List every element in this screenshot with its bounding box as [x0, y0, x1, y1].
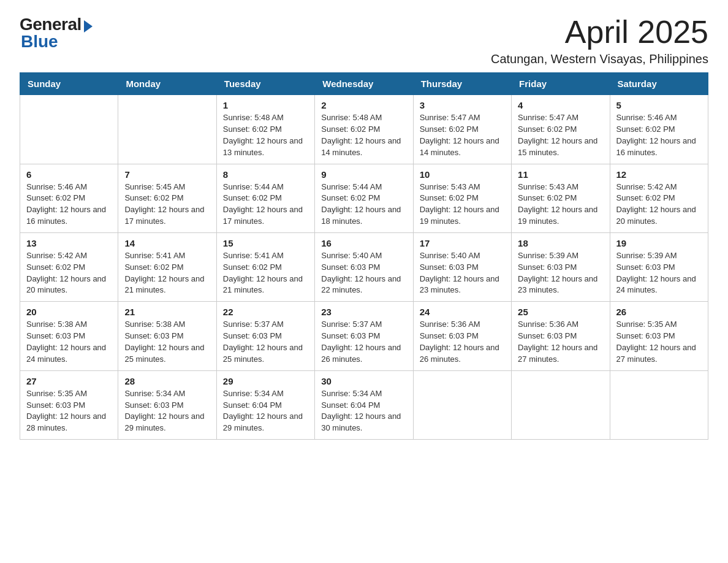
day-info: Sunrise: 5:46 AM Sunset: 6:02 PM Dayligh… [616, 112, 702, 158]
day-number: 10 [420, 169, 505, 180]
logo: General Blue [20, 15, 93, 52]
calendar-cell [20, 95, 118, 164]
calendar-cell: 6Sunrise: 5:46 AM Sunset: 6:02 PM Daylig… [20, 164, 118, 232]
day-info: Sunrise: 5:40 AM Sunset: 6:03 PM Dayligh… [420, 250, 505, 296]
calendar-cell: 23Sunrise: 5:37 AM Sunset: 6:03 PM Dayli… [315, 302, 413, 370]
day-info: Sunrise: 5:40 AM Sunset: 6:03 PM Dayligh… [321, 250, 406, 296]
calendar-cell: 25Sunrise: 5:36 AM Sunset: 6:03 PM Dayli… [512, 302, 610, 370]
day-number: 26 [616, 307, 702, 317]
calendar-cell [610, 370, 708, 439]
header-sunday: Sunday [20, 73, 118, 95]
day-number: 29 [223, 376, 308, 386]
location-subtitle: Catungan, Western Visayas, Philippines [491, 52, 708, 66]
logo-arrow-icon [84, 20, 93, 33]
calendar-body: 1Sunrise: 5:48 AM Sunset: 6:02 PM Daylig… [20, 95, 708, 440]
day-info: Sunrise: 5:41 AM Sunset: 6:02 PM Dayligh… [124, 250, 210, 296]
day-number: 28 [124, 376, 210, 386]
calendar-week-row: 20Sunrise: 5:38 AM Sunset: 6:03 PM Dayli… [20, 302, 708, 370]
day-number: 23 [321, 307, 406, 317]
calendar-week-row: 6Sunrise: 5:46 AM Sunset: 6:02 PM Daylig… [20, 164, 708, 232]
day-number: 15 [223, 238, 308, 248]
day-number: 7 [124, 169, 210, 180]
calendar-cell: 9Sunrise: 5:44 AM Sunset: 6:02 PM Daylig… [315, 164, 413, 232]
calendar-cell: 17Sunrise: 5:40 AM Sunset: 6:03 PM Dayli… [413, 232, 511, 301]
day-number: 20 [26, 307, 112, 317]
calendar-cell: 4Sunrise: 5:47 AM Sunset: 6:02 PM Daylig… [512, 95, 610, 164]
day-info: Sunrise: 5:47 AM Sunset: 6:02 PM Dayligh… [420, 112, 505, 158]
header-saturday: Saturday [610, 73, 708, 95]
day-info: Sunrise: 5:38 AM Sunset: 6:03 PM Dayligh… [124, 319, 210, 365]
header-friday: Friday [512, 73, 610, 95]
day-info: Sunrise: 5:39 AM Sunset: 6:03 PM Dayligh… [616, 250, 702, 296]
calendar-cell: 16Sunrise: 5:40 AM Sunset: 6:03 PM Dayli… [315, 232, 413, 301]
day-info: Sunrise: 5:34 AM Sunset: 6:04 PM Dayligh… [321, 388, 406, 434]
day-info: Sunrise: 5:34 AM Sunset: 6:04 PM Dayligh… [223, 388, 308, 434]
calendar-cell: 30Sunrise: 5:34 AM Sunset: 6:04 PM Dayli… [315, 370, 413, 439]
day-number: 17 [420, 238, 505, 248]
day-info: Sunrise: 5:36 AM Sunset: 6:03 PM Dayligh… [420, 319, 505, 365]
day-info: Sunrise: 5:44 AM Sunset: 6:02 PM Dayligh… [321, 182, 406, 228]
day-number: 12 [616, 169, 702, 180]
day-number: 4 [518, 100, 603, 110]
calendar-cell: 27Sunrise: 5:35 AM Sunset: 6:03 PM Dayli… [20, 370, 118, 439]
day-number: 30 [321, 376, 406, 386]
logo-blue-text: Blue [21, 32, 58, 52]
calendar-cell: 7Sunrise: 5:45 AM Sunset: 6:02 PM Daylig… [118, 164, 216, 232]
day-info: Sunrise: 5:38 AM Sunset: 6:03 PM Dayligh… [26, 319, 112, 365]
day-info: Sunrise: 5:48 AM Sunset: 6:02 PM Dayligh… [223, 112, 308, 158]
title-block: April 2025 Catungan, Western Visayas, Ph… [491, 15, 708, 66]
calendar-cell: 10Sunrise: 5:43 AM Sunset: 6:02 PM Dayli… [413, 164, 511, 232]
day-info: Sunrise: 5:35 AM Sunset: 6:03 PM Dayligh… [26, 388, 112, 434]
day-number: 9 [321, 169, 406, 180]
calendar-cell: 29Sunrise: 5:34 AM Sunset: 6:04 PM Dayli… [216, 370, 314, 439]
calendar-cell [118, 95, 216, 164]
calendar-cell: 28Sunrise: 5:34 AM Sunset: 6:03 PM Dayli… [118, 370, 216, 439]
day-number: 14 [124, 238, 210, 248]
day-number: 18 [518, 238, 603, 248]
day-info: Sunrise: 5:35 AM Sunset: 6:03 PM Dayligh… [616, 319, 702, 365]
day-number: 8 [223, 169, 308, 180]
day-info: Sunrise: 5:42 AM Sunset: 6:02 PM Dayligh… [26, 250, 112, 296]
page-header: General Blue April 2025 Catungan, Wester… [20, 15, 708, 66]
calendar-cell: 2Sunrise: 5:48 AM Sunset: 6:02 PM Daylig… [315, 95, 413, 164]
day-info: Sunrise: 5:43 AM Sunset: 6:02 PM Dayligh… [518, 182, 603, 228]
calendar-cell: 3Sunrise: 5:47 AM Sunset: 6:02 PM Daylig… [413, 95, 511, 164]
calendar-header: SundayMondayTuesdayWednesdayThursdayFrid… [20, 73, 708, 95]
day-info: Sunrise: 5:45 AM Sunset: 6:02 PM Dayligh… [124, 182, 210, 228]
calendar-cell: 14Sunrise: 5:41 AM Sunset: 6:02 PM Dayli… [118, 232, 216, 301]
day-number: 13 [26, 238, 112, 248]
calendar-cell [413, 370, 511, 439]
calendar-cell: 11Sunrise: 5:43 AM Sunset: 6:02 PM Dayli… [512, 164, 610, 232]
day-number: 3 [420, 100, 505, 110]
calendar-cell: 12Sunrise: 5:42 AM Sunset: 6:02 PM Dayli… [610, 164, 708, 232]
day-info: Sunrise: 5:47 AM Sunset: 6:02 PM Dayligh… [518, 112, 603, 158]
calendar-cell: 20Sunrise: 5:38 AM Sunset: 6:03 PM Dayli… [20, 302, 118, 370]
calendar-cell [512, 370, 610, 439]
day-number: 6 [26, 169, 112, 180]
calendar-week-row: 1Sunrise: 5:48 AM Sunset: 6:02 PM Daylig… [20, 95, 708, 164]
day-info: Sunrise: 5:39 AM Sunset: 6:03 PM Dayligh… [518, 250, 603, 296]
calendar-cell: 1Sunrise: 5:48 AM Sunset: 6:02 PM Daylig… [216, 95, 314, 164]
day-info: Sunrise: 5:46 AM Sunset: 6:02 PM Dayligh… [26, 182, 112, 228]
day-info: Sunrise: 5:36 AM Sunset: 6:03 PM Dayligh… [518, 319, 603, 365]
calendar-cell: 21Sunrise: 5:38 AM Sunset: 6:03 PM Dayli… [118, 302, 216, 370]
calendar-cell: 13Sunrise: 5:42 AM Sunset: 6:02 PM Dayli… [20, 232, 118, 301]
day-info: Sunrise: 5:42 AM Sunset: 6:02 PM Dayligh… [616, 182, 702, 228]
day-info: Sunrise: 5:44 AM Sunset: 6:02 PM Dayligh… [223, 182, 308, 228]
header-tuesday: Tuesday [216, 73, 314, 95]
header-monday: Monday [118, 73, 216, 95]
header-thursday: Thursday [413, 73, 511, 95]
day-number: 24 [420, 307, 505, 317]
day-number: 22 [223, 307, 308, 317]
day-info: Sunrise: 5:48 AM Sunset: 6:02 PM Dayligh… [321, 112, 406, 158]
calendar-table: SundayMondayTuesdayWednesdayThursdayFrid… [20, 72, 708, 440]
day-info: Sunrise: 5:37 AM Sunset: 6:03 PM Dayligh… [223, 319, 308, 365]
day-info: Sunrise: 5:34 AM Sunset: 6:03 PM Dayligh… [124, 388, 210, 434]
calendar-week-row: 27Sunrise: 5:35 AM Sunset: 6:03 PM Dayli… [20, 370, 708, 439]
calendar-cell: 24Sunrise: 5:36 AM Sunset: 6:03 PM Dayli… [413, 302, 511, 370]
day-number: 27 [26, 376, 112, 386]
day-info: Sunrise: 5:41 AM Sunset: 6:02 PM Dayligh… [223, 250, 308, 296]
calendar-cell: 15Sunrise: 5:41 AM Sunset: 6:02 PM Dayli… [216, 232, 314, 301]
month-year-title: April 2025 [491, 15, 708, 50]
calendar-cell: 26Sunrise: 5:35 AM Sunset: 6:03 PM Dayli… [610, 302, 708, 370]
